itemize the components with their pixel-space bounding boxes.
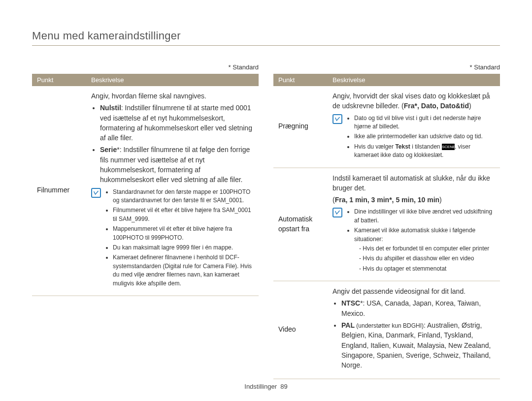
note-box: Standardnavnet for den første mappe er 1… (91, 188, 255, 289)
row-label-filnummer: Filnummer (32, 86, 86, 296)
page-title: Menu med kameraindstillinger (32, 30, 500, 42)
standard-note-right: * Standard (273, 63, 500, 71)
bold-text: Tekst (395, 143, 410, 150)
note-list: Dato og tid vil blive vist i gult i det … (346, 114, 496, 161)
note-box: Dine indstillinger vil ikke blive ændret… (332, 208, 496, 275)
options-bold: Fra*, Dato, Dato&tid (404, 102, 469, 110)
th-punkt: Punkt (273, 74, 328, 86)
columns: * Standard Punkt Beskrivelse Filnummer A… (32, 63, 500, 379)
options-bold: Fra, 1 min, 3 min*, 5 min, 10 min (335, 196, 439, 204)
sub-item: Hvis du optager et stemmenotat (359, 265, 496, 273)
left-column: * Standard Punkt Beskrivelse Filnummer A… (32, 63, 259, 379)
row-label-video: Video (273, 281, 328, 378)
bold-lead: Nulstil (100, 104, 121, 112)
rest-text: *: USA, Canada, Japan, Korea, Taiwan, Me… (341, 299, 481, 317)
footer-page: 89 (280, 383, 287, 390)
note-list: Standardnavnet for den første mappe er 1… (105, 188, 255, 289)
rest-text: : Indstiller filnumrene til at starte me… (100, 104, 252, 142)
row-desc-praegning: Angiv, hvorvidt der skal vises dato og k… (328, 86, 500, 168)
note-item: Standardnavnet for den første mappe er 1… (113, 188, 255, 205)
note-item: Mappenummeret vil ét efter ét blive høje… (113, 225, 255, 242)
table-row: Automatisk opstart fra Indstil kameraet … (273, 168, 500, 281)
row-label-autooff: Automatisk opstart fra (273, 168, 328, 281)
text-span: i tilstanden (410, 143, 442, 150)
scene-icon: SCENE (442, 144, 455, 150)
page-footer: Indstillinger 89 (0, 383, 532, 390)
row-desc-video: Angiv det passende videosignal for dit l… (328, 281, 500, 378)
rest-text: *: Indstiller filnumrene til at følge de… (100, 146, 250, 184)
paren-text: (understøtter kun BDGHI) (355, 322, 424, 329)
note-list: Dine indstillinger vil ikke blive ændret… (346, 208, 496, 275)
note-item: Hvis du vælger Tekst i tilstanden SCENE,… (354, 143, 496, 160)
table-row: Video Angiv det passende videosignal for… (273, 281, 500, 378)
note-item: Du kan maksimalt lagre 9999 filer i én m… (113, 244, 255, 252)
text-span: ) (469, 102, 471, 110)
sub-item: Hvis du afspiller et diasshow eller en v… (359, 254, 496, 263)
note-icon (332, 208, 342, 217)
note-icon (332, 114, 342, 124)
footer-label: Indstillinger (244, 383, 277, 390)
sub-item: Hvis det er forbundet til en computer el… (359, 245, 496, 253)
intro-text: Angiv, hvorvidt der skal vises dato og k… (332, 91, 496, 111)
standard-note-left: * Standard (32, 63, 259, 71)
note-item: Dato og tid vil blive vist i gult i det … (354, 114, 496, 131)
list-item: NTSC*: USA, Canada, Japan, Korea, Taiwan… (341, 298, 496, 318)
row-desc-filnummer: Angiv, hvordan filerne skal navngives. N… (86, 86, 259, 296)
table-row: Prægning Angiv, hvorvidt der skal vises … (273, 86, 500, 168)
note-box: Dato og tid vil blive vist i gult i det … (332, 114, 496, 161)
bold-lead: PAL (341, 321, 355, 329)
list-item: PAL (understøtter kun BDGHI): Australien… (341, 320, 496, 370)
title-rule (32, 45, 500, 46)
page: Menu med kameraindstillinger * Standard … (0, 0, 532, 401)
label-line: Automatisk (278, 215, 312, 223)
note-item: Kameraet vil ikke automatisk slukke i fø… (354, 226, 496, 273)
note-icon (91, 188, 101, 198)
label-line: opstart fra (278, 225, 309, 233)
bold-lead: Serie (100, 146, 117, 154)
intro-text: Indstil kameraet til automatisk at slukk… (332, 173, 496, 193)
option-list: NTSC*: USA, Canada, Japan, Korea, Taiwan… (332, 298, 496, 370)
right-table: Punkt Beskrivelse Prægning Angiv, hvorvi… (273, 74, 500, 379)
note-item: Ikke alle printermodeller kan udskrive d… (354, 132, 496, 141)
note-item: Kameraet definerer filnavnene i henhold … (113, 253, 255, 288)
row-desc-autooff: Indstil kameraet til automatisk at slukk… (328, 168, 500, 281)
table-row: Filnummer Angiv, hvordan filerne skal na… (32, 86, 259, 296)
list-item: Nulstil: Indstiller filnumrene til at st… (100, 103, 255, 143)
option-list: Nulstil: Indstiller filnumrene til at st… (91, 103, 255, 185)
text-span: Kameraet vil ikke automatisk slukke i fø… (354, 227, 475, 242)
th-beskrivelse: Beskrivelse (328, 74, 500, 86)
note-item: Filnummeret vil ét efter ét blive højere… (113, 206, 255, 223)
intro-text: Angiv, hvordan filerne skal navngives. (91, 91, 255, 101)
list-item: Serie*: Indstiller filnumrene til at føl… (100, 145, 255, 185)
text-span: Hvis du vælger (354, 143, 395, 150)
th-beskrivelse: Beskrivelse (86, 74, 259, 86)
left-table: Punkt Beskrivelse Filnummer Angiv, hvord… (32, 74, 259, 296)
th-punkt: Punkt (32, 74, 86, 86)
bold-lead: NTSC (341, 299, 360, 307)
row-label-praegning: Prægning (273, 86, 328, 168)
options-line: (Fra, 1 min, 3 min*, 5 min, 10 min) (332, 195, 496, 205)
intro-text: Angiv det passende videosignal for dit l… (332, 286, 496, 296)
note-item: Dine indstillinger vil ikke blive ændret… (354, 208, 496, 225)
right-column: * Standard Punkt Beskrivelse Prægning An… (273, 63, 500, 379)
